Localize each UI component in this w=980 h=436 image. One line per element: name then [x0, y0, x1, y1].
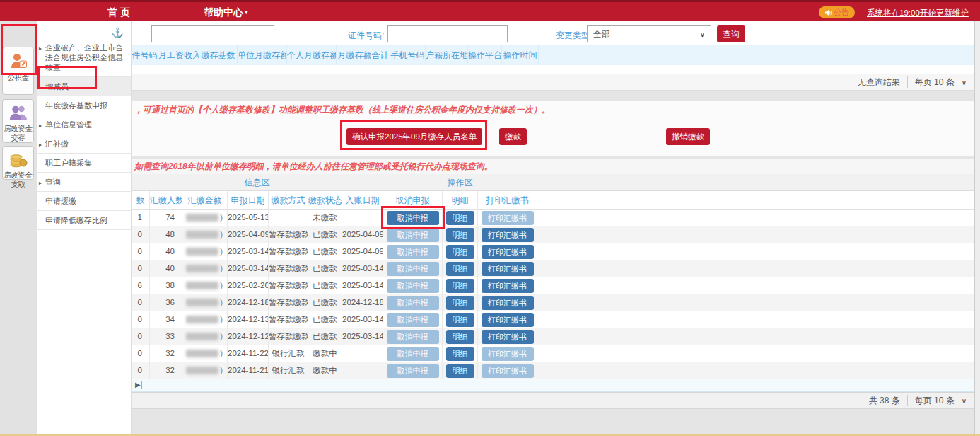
rail-item-label: 公积金	[3, 73, 33, 82]
rail-item-label: 交存	[3, 133, 33, 142]
masked-amount-suffix: )	[220, 349, 223, 357]
detail-button[interactable]: 明细	[446, 262, 474, 276]
detail-button[interactable]: 明细	[446, 296, 474, 310]
sidebar-item-2[interactable]: 增减员	[37, 77, 131, 96]
detail-button-cell: 明细	[443, 328, 478, 345]
search-input-1[interactable]	[151, 25, 274, 42]
detail-button[interactable]: 明细	[446, 364, 474, 378]
topbar: 首 页 帮助中心▾ 公告 系统将在19:00开始更新维护	[0, 0, 980, 21]
column-header: 取消申报	[383, 191, 443, 210]
cancel-declare-button[interactable]: 取消申报	[387, 211, 439, 225]
rail-item-3[interactable]: 房改资金支取	[2, 146, 34, 180]
sidebar-item-5[interactable]: ▸汇补缴	[37, 134, 131, 154]
print-remittance-button[interactable]: 打印汇缴书	[482, 296, 534, 310]
supplement-count-cell: 0	[132, 362, 150, 379]
detail-button-cell: 明细	[443, 260, 478, 277]
detail-button[interactable]: 明细	[446, 313, 474, 327]
pay-button[interactable]: 缴款	[499, 128, 527, 145]
sidebar-items: ▸企业破产、企业上市合法合规住房公积金信息核查增减员年度缴存基数申报▸单位信息管…	[37, 38, 131, 230]
sidebar-item-label: 申请降低缴存比例	[45, 216, 107, 224]
rail-item-2[interactable]: 房改资金交存	[2, 99, 34, 143]
detail-button[interactable]: 明细	[446, 228, 474, 242]
cancel-declare-button: 取消申报	[387, 347, 439, 361]
nav-home[interactable]: 首 页	[107, 6, 130, 19]
announcement-badge-label: 公告	[834, 7, 849, 18]
left-rail: 公积金房改资金交存房改资金支取	[0, 21, 37, 436]
detail-button-cell: 明细	[443, 311, 478, 328]
detail-button[interactable]: 明细	[446, 211, 474, 225]
print-remittance-button[interactable]: 打印汇缴书	[482, 330, 534, 344]
detail-button[interactable]: 明细	[446, 347, 474, 361]
print-remittance-button[interactable]: 打印汇缴书	[482, 228, 534, 242]
detail-button[interactable]: 明细	[446, 245, 474, 259]
pay-status-cell: 已缴款	[308, 243, 342, 260]
anchor-icon[interactable]: ⚓	[112, 27, 124, 38]
remittance-table-header: 数汇缴人数汇缴金额申报日期缴款方式缴款状态入账日期取消申报明细打印汇缴书	[132, 191, 974, 210]
horizontal-scrollbar[interactable]: ▶|	[132, 379, 974, 392]
expand-arrow-icon: ▸	[39, 44, 42, 54]
sidebar-item-3[interactable]: 年度缴存基数申报	[37, 96, 131, 115]
cancel-declare-button: 取消申报	[387, 228, 439, 242]
cancel-declare-button: 取消申报	[387, 296, 439, 310]
cancel-declare-button: 取消申报	[387, 245, 439, 259]
page-size-select[interactable]: 每页 10 条	[915, 395, 955, 407]
entry-date-cell	[342, 345, 383, 362]
print-remittance-button[interactable]: 打印汇缴书	[482, 313, 534, 327]
pay-method-cell: 暂存款缴款	[269, 243, 308, 260]
sidebar-item-9[interactable]: 申请降低缴存比例	[37, 211, 131, 230]
member-edit-icon	[9, 60, 28, 72]
sidebar-item-7[interactable]: ▸查询	[37, 173, 131, 192]
sidebar-item-1[interactable]: ▸企业破产、企业上市合法合规住房公积金信息核查	[37, 38, 131, 77]
people-count-cell: 36	[150, 294, 182, 311]
scroll-end-icon[interactable]: ▶|	[135, 381, 142, 389]
announcement-link[interactable]: 系统将在19:00开始更新维护	[867, 8, 969, 18]
pay-status-cell: 缴款中	[308, 345, 342, 362]
cancel-declare-button: 取消申报	[387, 313, 439, 327]
detail-button-cell: 明细	[443, 226, 478, 243]
action-bar: 确认申报2025年09月缴存人员名单 缴款 撤销缴款	[132, 119, 974, 156]
query-button[interactable]: 查询	[717, 25, 745, 42]
masked-amount-suffix: )	[220, 298, 223, 306]
amount-cell: )	[182, 210, 228, 226]
declare-date-cell: 2024-12-18	[228, 294, 269, 311]
id-number-input[interactable]	[387, 25, 508, 42]
print-remittance-button[interactable]: 打印汇缴书	[482, 262, 534, 276]
rail-item-1[interactable]: 公积金	[2, 47, 34, 95]
detail-button[interactable]: 明细	[446, 279, 474, 293]
masked-amount	[186, 350, 218, 357]
print-remittance-button-cell: 打印汇缴书	[478, 362, 537, 379]
print-remittance-button[interactable]: 打印汇缴书	[482, 279, 534, 293]
chevron-down-icon: ∨	[700, 30, 705, 38]
pay-status-cell: 已缴款	[308, 277, 342, 294]
sidebar-item-4[interactable]: ▸单位信息管理	[37, 115, 131, 134]
cancel-declare-button-cell: 取消申报	[383, 294, 443, 311]
print-remittance-button-cell: 打印汇缴书	[478, 226, 537, 243]
change-type-select[interactable]: 全部 ∨	[587, 25, 711, 42]
announcement-badge: 公告	[819, 6, 855, 18]
sidebar-item-6[interactable]: 职工户籍采集	[37, 154, 131, 173]
chevron-down-icon: ▾	[245, 8, 248, 16]
amount-cell: )	[182, 294, 228, 311]
cancel-pay-button[interactable]: 撤销缴款	[666, 128, 710, 145]
history-query-notice: 如需查询2018年以前单位缴存明细，请单位经办人前往任意管理部或受托银行代办点现…	[132, 159, 974, 174]
sidebar-item-8[interactable]: 申请缓缴	[37, 192, 131, 211]
page-size-select[interactable]: 每页 10 条	[915, 76, 955, 88]
chevron-down-icon[interactable]: ∨	[962, 79, 967, 86]
row-filler	[537, 243, 974, 260]
print-remittance-button[interactable]: 打印汇缴书	[482, 245, 534, 259]
amount-cell: )	[182, 277, 228, 294]
chevron-down-icon[interactable]: ∨	[962, 397, 967, 405]
nav-help-menu[interactable]: 帮助中心▾	[204, 6, 248, 19]
amount-cell: )	[182, 226, 228, 243]
print-remittance-button-cell: 打印汇缴书	[478, 277, 537, 294]
table-row: 040)2025-03-14暂存款缴款已缴款2025-04-09取消申报明细打印…	[132, 243, 974, 260]
change-type-value: 全部	[593, 28, 610, 40]
table-row: 048)2025-04-09暂存款缴款已缴款2025-04-09取消申报明细打印…	[132, 226, 974, 243]
masked-amount	[186, 282, 218, 289]
vertical-scrollbar[interactable]	[974, 21, 980, 436]
confirm-declare-button[interactable]: 确认申报2025年09月缴存人员名单	[346, 128, 482, 145]
detail-button[interactable]: 明细	[446, 330, 474, 344]
divider	[907, 395, 908, 406]
people-icon	[8, 111, 28, 123]
pay-method-cell: 暂存款缴款	[269, 260, 308, 277]
